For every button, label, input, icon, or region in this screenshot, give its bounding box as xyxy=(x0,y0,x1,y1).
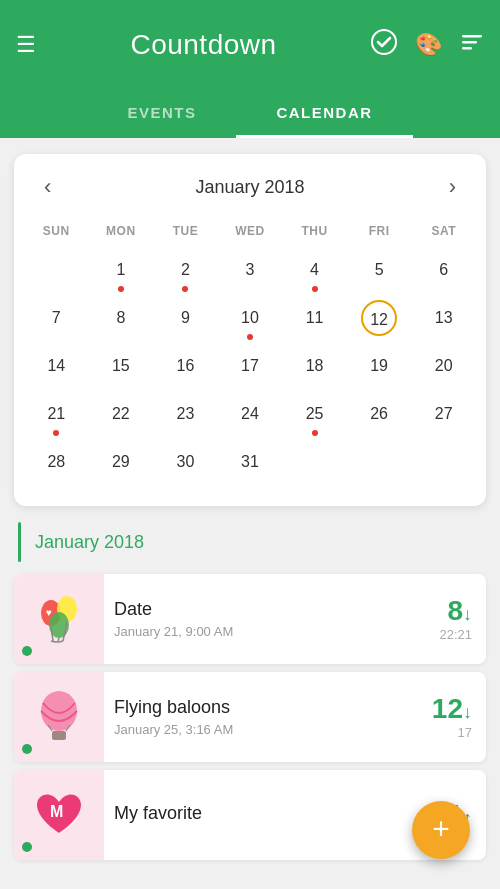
svg-rect-3 xyxy=(462,47,472,50)
calendar-grid: SUN MON TUE WED THU FRI SAT 123456789101… xyxy=(24,220,476,486)
cal-cell[interactable]: 29 xyxy=(89,438,154,486)
cal-cell[interactable]: 19 xyxy=(347,342,412,390)
cal-cell[interactable]: 8 xyxy=(89,294,154,342)
event-body: Date January 21, 9:00 AM xyxy=(104,587,439,651)
cal-cell[interactable]: 12 xyxy=(347,294,412,342)
svg-point-0 xyxy=(372,30,396,54)
cal-cell[interactable]: 31 xyxy=(218,438,283,486)
cal-cell[interactable] xyxy=(347,438,412,486)
event-countdown: 8↓ 22:21 xyxy=(439,597,486,642)
svg-text:M: M xyxy=(50,803,63,820)
tab-events[interactable]: EVENTS xyxy=(87,90,236,138)
add-event-fab[interactable]: + xyxy=(412,801,470,859)
app-title: Countdown xyxy=(130,29,276,61)
header-actions: 🎨 xyxy=(371,29,484,61)
cal-cell[interactable]: 22 xyxy=(89,390,154,438)
cal-cell[interactable] xyxy=(282,438,347,486)
sort-icon[interactable] xyxy=(460,30,484,60)
event-thumbnail xyxy=(14,672,104,762)
add-icon: + xyxy=(432,814,450,844)
weekday-thu: THU xyxy=(282,220,347,246)
tab-bar: EVENTS CALENDAR xyxy=(0,90,500,138)
event-countdown-number: 12↓ xyxy=(432,695,472,723)
cal-cell[interactable]: 10 xyxy=(218,294,283,342)
event-name: Flying baloons xyxy=(114,697,422,718)
event-thumbnail: M xyxy=(14,770,104,860)
event-thumbnail: ♥ xyxy=(14,574,104,664)
event-dot xyxy=(22,744,32,754)
event-countdown-number: 8↓ xyxy=(439,597,472,625)
svg-rect-2 xyxy=(462,41,477,44)
svg-text:♥: ♥ xyxy=(46,607,52,618)
palette-icon[interactable]: 🎨 xyxy=(415,32,442,58)
month-label: January 2018 xyxy=(35,532,144,553)
cal-cell[interactable]: 9 xyxy=(153,294,218,342)
cal-cell[interactable]: 23 xyxy=(153,390,218,438)
check-icon[interactable] xyxy=(371,29,397,61)
cal-cell[interactable]: 20 xyxy=(411,342,476,390)
event-dot xyxy=(22,646,32,656)
cal-cell[interactable]: 2 xyxy=(153,246,218,294)
svg-rect-12 xyxy=(52,731,66,740)
cal-cell[interactable]: 16 xyxy=(153,342,218,390)
cal-cell[interactable]: 25 xyxy=(282,390,347,438)
cal-cell[interactable] xyxy=(411,438,476,486)
cal-cell[interactable]: 26 xyxy=(347,390,412,438)
cal-cell[interactable]: 3 xyxy=(218,246,283,294)
event-body: Flying baloons January 25, 3:16 AM xyxy=(104,685,432,749)
event-countdown-time: 17 xyxy=(432,725,472,740)
cal-cell[interactable]: 1 xyxy=(89,246,154,294)
header: ☰ Countdown 🎨 xyxy=(0,0,500,90)
month-line-decoration xyxy=(18,522,21,562)
cal-cell[interactable]: 18 xyxy=(282,342,347,390)
cal-cell[interactable]: 6 xyxy=(411,246,476,294)
cal-cell[interactable]: 15 xyxy=(89,342,154,390)
event-countdown: 12↓ 17 xyxy=(432,695,486,740)
cal-cell[interactable] xyxy=(24,246,89,294)
weekday-wed: WED xyxy=(218,220,283,246)
event-countdown-time: 22:21 xyxy=(439,627,472,642)
event-date: January 25, 3:16 AM xyxy=(114,722,422,737)
calendar-card: ‹ January 2018 › SUN MON TUE WED THU FRI… xyxy=(14,154,486,506)
cal-cell[interactable]: 17 xyxy=(218,342,283,390)
cal-cell[interactable]: 13 xyxy=(411,294,476,342)
cal-cell[interactable]: 4 xyxy=(282,246,347,294)
cal-cell[interactable]: 30 xyxy=(153,438,218,486)
prev-month-button[interactable]: ‹ xyxy=(34,170,61,204)
calendar-nav: ‹ January 2018 › xyxy=(24,170,476,204)
month-header: January 2018 xyxy=(14,522,486,562)
event-body: My favorite xyxy=(104,791,447,840)
cal-cell[interactable]: 24 xyxy=(218,390,283,438)
weekday-fri: FRI xyxy=(347,220,412,246)
weekday-sat: SAT xyxy=(411,220,476,246)
cal-cell[interactable]: 7 xyxy=(24,294,89,342)
next-month-button[interactable]: › xyxy=(439,170,466,204)
weekday-tue: TUE xyxy=(153,220,218,246)
event-name: My favorite xyxy=(114,803,437,824)
event-dot xyxy=(22,842,32,852)
event-date: January 21, 9:00 AM xyxy=(114,624,429,639)
svg-rect-1 xyxy=(462,35,482,38)
cal-cell[interactable]: 28 xyxy=(24,438,89,486)
event-name: Date xyxy=(114,599,429,620)
menu-icon[interactable]: ☰ xyxy=(16,32,36,58)
event-item[interactable]: ♥ Date January 21, 9:00 AM 8↓ 22:21 xyxy=(14,574,486,664)
tab-calendar[interactable]: CALENDAR xyxy=(236,90,412,138)
event-item[interactable]: Flying baloons January 25, 3:16 AM 12↓ 1… xyxy=(14,672,486,762)
cal-cell[interactable]: 11 xyxy=(282,294,347,342)
cal-cell[interactable]: 21 xyxy=(24,390,89,438)
cal-cell[interactable]: 5 xyxy=(347,246,412,294)
weekday-mon: MON xyxy=(89,220,154,246)
weekday-sun: SUN xyxy=(24,220,89,246)
svg-line-9 xyxy=(58,638,59,641)
cal-cell[interactable]: 27 xyxy=(411,390,476,438)
cal-cell[interactable]: 14 xyxy=(24,342,89,390)
calendar-month-year: January 2018 xyxy=(195,177,304,198)
